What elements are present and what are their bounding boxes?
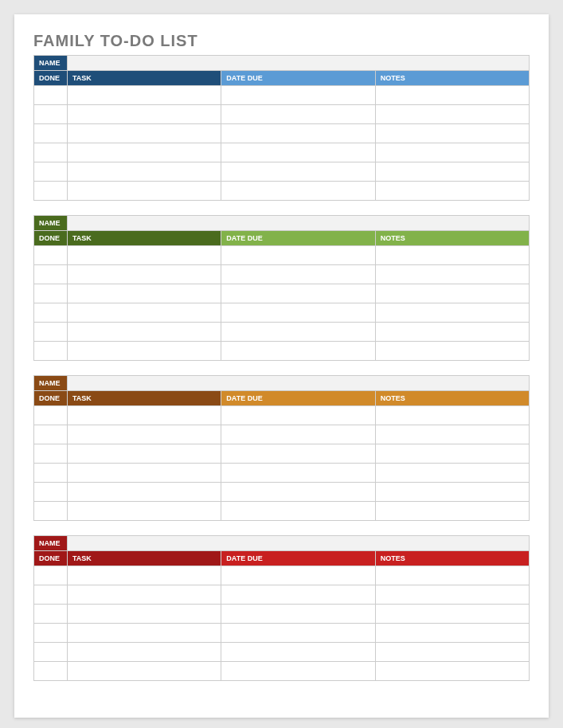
cell-done[interactable] bbox=[34, 284, 68, 303]
cell-notes[interactable] bbox=[375, 86, 529, 105]
cell-notes[interactable] bbox=[375, 265, 529, 284]
cell-date_due[interactable] bbox=[221, 483, 375, 502]
cell-notes[interactable] bbox=[375, 124, 529, 143]
cell-task[interactable] bbox=[68, 265, 221, 284]
cell-task[interactable] bbox=[68, 105, 221, 124]
cell-done[interactable] bbox=[34, 643, 68, 662]
cell-date_due[interactable] bbox=[221, 585, 375, 605]
cell-notes[interactable] bbox=[375, 425, 529, 444]
cell-date_due[interactable] bbox=[221, 662, 375, 681]
cell-date_due[interactable] bbox=[221, 406, 375, 425]
cell-date_due[interactable] bbox=[221, 643, 375, 662]
cell-task[interactable] bbox=[68, 124, 221, 143]
cell-date_due[interactable] bbox=[221, 246, 375, 265]
cell-done[interactable] bbox=[34, 246, 68, 265]
cell-date_due[interactable] bbox=[221, 425, 375, 444]
cell-task[interactable] bbox=[68, 483, 221, 502]
cell-task[interactable] bbox=[68, 502, 221, 521]
cell-done[interactable] bbox=[34, 342, 68, 361]
cell-notes[interactable] bbox=[375, 502, 529, 521]
cell-date_due[interactable] bbox=[221, 265, 375, 284]
name-value-cell[interactable] bbox=[68, 216, 530, 231]
cell-done[interactable] bbox=[34, 585, 68, 605]
cell-task[interactable] bbox=[68, 162, 221, 182]
cell-task[interactable] bbox=[68, 585, 221, 605]
name-value-cell[interactable] bbox=[68, 56, 530, 71]
cell-date_due[interactable] bbox=[221, 86, 375, 105]
cell-done[interactable] bbox=[34, 162, 68, 182]
cell-task[interactable] bbox=[68, 464, 221, 483]
cell-task[interactable] bbox=[68, 444, 221, 464]
cell-notes[interactable] bbox=[375, 444, 529, 464]
cell-notes[interactable] bbox=[375, 643, 529, 662]
cell-task[interactable] bbox=[68, 143, 221, 162]
cell-done[interactable] bbox=[34, 566, 68, 585]
cell-notes[interactable] bbox=[375, 605, 529, 624]
cell-notes[interactable] bbox=[375, 162, 529, 182]
cell-task[interactable] bbox=[68, 303, 221, 323]
cell-notes[interactable] bbox=[375, 105, 529, 124]
cell-date_due[interactable] bbox=[221, 284, 375, 303]
cell-done[interactable] bbox=[34, 323, 68, 342]
cell-notes[interactable] bbox=[375, 406, 529, 425]
cell-task[interactable] bbox=[68, 284, 221, 303]
cell-date_due[interactable] bbox=[221, 162, 375, 182]
cell-done[interactable] bbox=[34, 605, 68, 624]
cell-done[interactable] bbox=[34, 105, 68, 124]
cell-task[interactable] bbox=[68, 425, 221, 444]
cell-done[interactable] bbox=[34, 182, 68, 201]
cell-task[interactable] bbox=[68, 643, 221, 662]
name-value-cell[interactable] bbox=[68, 376, 530, 391]
cell-task[interactable] bbox=[68, 182, 221, 201]
cell-notes[interactable] bbox=[375, 566, 529, 585]
cell-date_due[interactable] bbox=[221, 124, 375, 143]
cell-date_due[interactable] bbox=[221, 303, 375, 323]
cell-task[interactable] bbox=[68, 406, 221, 425]
cell-notes[interactable] bbox=[375, 143, 529, 162]
cell-done[interactable] bbox=[34, 502, 68, 521]
cell-done[interactable] bbox=[34, 444, 68, 464]
cell-notes[interactable] bbox=[375, 246, 529, 265]
cell-done[interactable] bbox=[34, 143, 68, 162]
cell-done[interactable] bbox=[34, 303, 68, 323]
cell-task[interactable] bbox=[68, 323, 221, 342]
cell-done[interactable] bbox=[34, 425, 68, 444]
cell-task[interactable] bbox=[68, 662, 221, 681]
cell-task[interactable] bbox=[68, 342, 221, 361]
cell-notes[interactable] bbox=[375, 303, 529, 323]
cell-done[interactable] bbox=[34, 624, 68, 643]
cell-date_due[interactable] bbox=[221, 605, 375, 624]
cell-notes[interactable] bbox=[375, 464, 529, 483]
cell-date_due[interactable] bbox=[221, 182, 375, 201]
cell-task[interactable] bbox=[68, 246, 221, 265]
cell-date_due[interactable] bbox=[221, 143, 375, 162]
cell-notes[interactable] bbox=[375, 662, 529, 681]
cell-done[interactable] bbox=[34, 86, 68, 105]
cell-notes[interactable] bbox=[375, 585, 529, 605]
cell-done[interactable] bbox=[34, 406, 68, 425]
cell-task[interactable] bbox=[68, 605, 221, 624]
cell-date_due[interactable] bbox=[221, 444, 375, 464]
cell-notes[interactable] bbox=[375, 342, 529, 361]
cell-done[interactable] bbox=[34, 662, 68, 681]
cell-date_due[interactable] bbox=[221, 105, 375, 124]
cell-done[interactable] bbox=[34, 265, 68, 284]
cell-task[interactable] bbox=[68, 86, 221, 105]
cell-notes[interactable] bbox=[375, 624, 529, 643]
cell-date_due[interactable] bbox=[221, 502, 375, 521]
cell-task[interactable] bbox=[68, 566, 221, 585]
name-value-cell[interactable] bbox=[68, 536, 530, 551]
cell-done[interactable] bbox=[34, 483, 68, 502]
cell-date_due[interactable] bbox=[221, 342, 375, 361]
cell-date_due[interactable] bbox=[221, 624, 375, 643]
cell-notes[interactable] bbox=[375, 182, 529, 201]
cell-done[interactable] bbox=[34, 464, 68, 483]
cell-date_due[interactable] bbox=[221, 323, 375, 342]
cell-notes[interactable] bbox=[375, 284, 529, 303]
cell-notes[interactable] bbox=[375, 483, 529, 502]
cell-done[interactable] bbox=[34, 124, 68, 143]
cell-date_due[interactable] bbox=[221, 464, 375, 483]
cell-notes[interactable] bbox=[375, 323, 529, 342]
cell-task[interactable] bbox=[68, 624, 221, 643]
cell-date_due[interactable] bbox=[221, 566, 375, 585]
